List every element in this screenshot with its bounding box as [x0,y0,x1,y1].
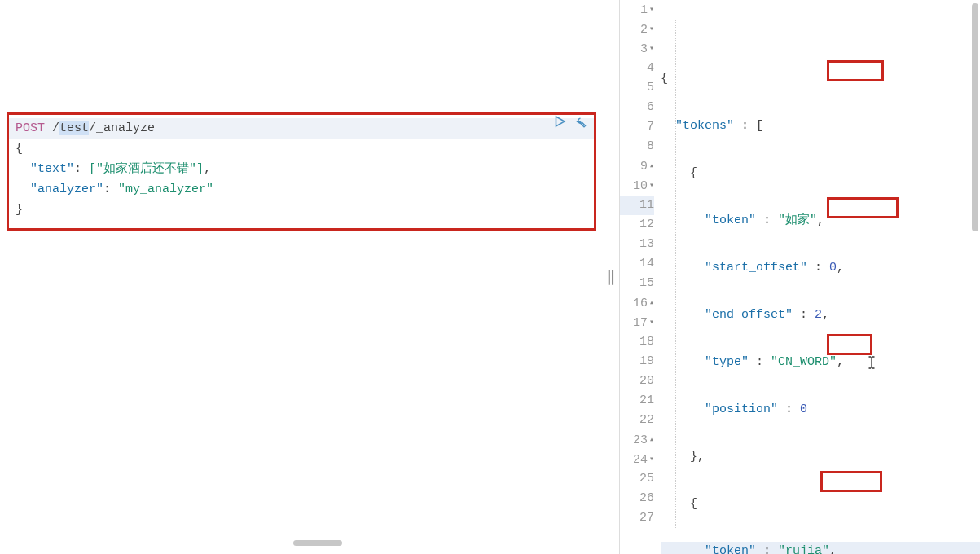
json-key-start: "start_offset" [705,261,807,275]
pane-divider[interactable]: ‖ [603,0,619,554]
token-value-2: "rujia" [778,544,829,554]
type-value: "CN_WORD" [771,355,837,369]
line-gutter: 1▾2▾3▾456789▴10▾111213141516▴17▾18192021… [620,0,661,554]
json-key-position: "position" [705,402,778,416]
num: 0 [829,261,837,275]
json-key-type: "type" [705,355,749,369]
num: 2 [815,308,822,322]
request-line[interactable]: POST /test/_analyze [9,118,594,138]
json-key-tokens: "tokens" [675,119,734,133]
path-rest: /_analyze [89,121,155,135]
text-cursor-icon [866,355,877,370]
path-slash: / [52,121,59,135]
vertical-scrollbar[interactable] [972,3,978,231]
json-key-analyzer: "analyzer" [30,182,103,196]
token-value-1: "如家" [778,213,817,227]
json-key-token: "token" [705,213,756,227]
response-code: { "tokens" : [ { "token" : "如家", "start_… [661,0,980,554]
json-key-text: "text" [30,162,74,176]
num: 0 [800,402,807,416]
json-val-text: ["如家酒店还不错"] [89,162,204,176]
request-editor[interactable]: POST /test/_analyze { "text": ["如家酒店还不错"… [0,0,603,554]
json-key-token: "token" [705,544,756,554]
response-viewer[interactable]: 1▾2▾3▾456789▴10▾111213141516▴17▾18192021… [619,0,980,554]
request-block: POST /test/_analyze { "text": ["如家酒店还不错"… [7,112,596,231]
json-val-analyzer: "my_analyzer" [118,182,213,196]
http-method: POST [15,121,45,135]
json-key-end: "end_offset" [705,308,793,322]
path-segment-selected: test [59,121,89,135]
brace-close: } [15,203,23,217]
brace-open: { [15,142,23,156]
highlight-box-4 [820,471,882,492]
horizontal-scrollbar[interactable] [293,540,342,546]
